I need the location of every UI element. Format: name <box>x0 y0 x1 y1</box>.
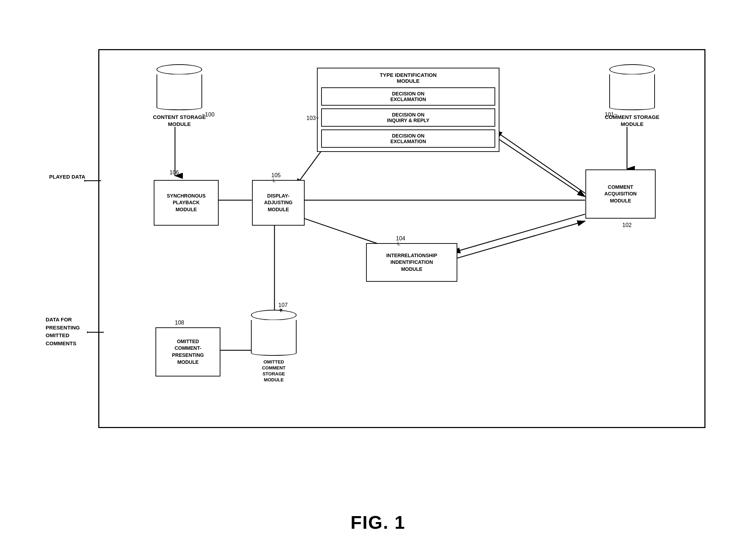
comment-storage-module: COMMENT STORAGE MODULE <box>604 64 660 127</box>
ref-106: 106 <box>170 169 179 176</box>
svg-line-6 <box>495 131 585 193</box>
interrelationship-module: INTERRELATIONSHIPINDENTIFICATIONMODULE <box>366 243 457 282</box>
played-data-arrow <box>84 175 102 186</box>
content-storage-label: CONTENT STORAGE MODULE <box>151 114 207 127</box>
cylinder-top-content <box>157 64 202 75</box>
decision-exclamation-1: DECISION ONEXCLAMATION <box>321 87 495 106</box>
svg-line-11 <box>452 214 585 252</box>
type-identification-title: TYPE IDENTIFICATIONMODULE <box>321 72 495 84</box>
decision-inquiry-reply: DECISION ONINQUIRY & REPLY <box>321 108 495 127</box>
content-storage-module: CONTENT STORAGE MODULE <box>151 64 207 127</box>
type-identification-outer: TYPE IDENTIFICATIONMODULE DECISION ONEXC… <box>317 68 499 152</box>
omitted-comment-presenting-module: OMITTEDCOMMENT-PRESENTINGMODULE <box>155 327 220 376</box>
diagram-container: CONTENT STORAGE MODULE ~100 COMMENT STOR… <box>42 28 716 449</box>
ref-100: ~100 <box>202 112 214 118</box>
cylinder-body-omitted <box>251 320 297 352</box>
omitted-comment-storage-module: OMITTEDCOMMENTSTORAGEMODULE <box>251 310 297 383</box>
decision-exclamation-2: DECISION ONEXCLAMATION <box>321 129 495 148</box>
svg-line-12 <box>452 221 585 259</box>
ref-108: 108 <box>175 320 184 326</box>
cylinder-top-comment <box>609 64 655 75</box>
display-adjusting-module: DISPLAY-ADJUSTINGMODULE <box>252 180 305 226</box>
ref-105: 105└ <box>271 172 281 185</box>
cylinder-body-content <box>157 74 202 106</box>
ref-103: 103~ <box>306 115 319 121</box>
ref-107: 107└ <box>278 302 288 315</box>
omitted-comment-storage-label: OMITTEDCOMMENTSTORAGEMODULE <box>262 359 285 383</box>
synchronous-playback-module: SYNCHRONOUSPLAYBACKMODULE <box>154 180 219 226</box>
ref-102: 102 <box>622 222 632 228</box>
comment-acquisition-module: COMMENTACQUISITIONMODULE <box>585 169 656 219</box>
ref-104: 104└ <box>396 235 405 248</box>
cylinder-top-omitted <box>251 310 297 320</box>
omitted-data-arrow <box>87 327 105 338</box>
figure-label: FIG. 1 <box>351 512 405 533</box>
data-for-presenting-label: DATA FORPRESENTINGOMITTEDCOMMENTS <box>46 316 80 347</box>
main-border: CONTENT STORAGE MODULE ~100 COMMENT STOR… <box>98 49 705 428</box>
cylinder-body-comment <box>609 74 655 106</box>
played-data-label: PLAYED DATA <box>49 174 85 180</box>
ref-101: 101~ <box>605 112 617 118</box>
svg-line-7 <box>491 134 585 197</box>
